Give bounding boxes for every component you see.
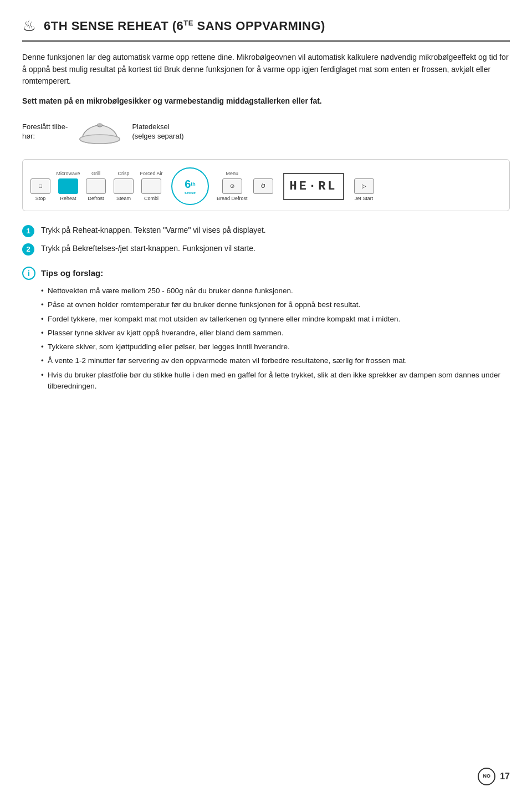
- title-sup: TE: [183, 19, 193, 27]
- jet-start-button[interactable]: ▷: [354, 178, 374, 194]
- timer-top-label: [262, 170, 264, 177]
- dial-sup: th: [191, 181, 196, 187]
- reheat-button[interactable]: [58, 178, 78, 194]
- intro-paragraph-1: Denne funksjonen lar deg automatisk varm…: [22, 52, 510, 88]
- defrost-button[interactable]: [86, 178, 106, 194]
- combi-button[interactable]: [141, 178, 161, 194]
- reheat-top-label: Microwave: [56, 170, 80, 177]
- step-1-text: Trykk på Reheat-knappen. Teksten "Varme"…: [41, 224, 266, 236]
- steam-button-group: Crisp Steam: [111, 170, 136, 203]
- accessory-description: Platedeksel (selges separat): [132, 122, 183, 141]
- page-title: 6TH SENSE REHEAT (6TE SANS OPPVARMING): [44, 17, 325, 35]
- step-1: 1 Trykk på Reheat-knappen. Teksten "Varm…: [22, 224, 510, 237]
- steam-label: Steam: [116, 195, 131, 203]
- plate-cover-icon: [78, 118, 122, 146]
- page-footer: NO 17: [478, 768, 510, 785]
- stop-button-group: □ Stop: [28, 170, 53, 203]
- country-badge: NO: [478, 768, 495, 785]
- jet-start-button-group: ▷ Jet Start: [352, 170, 376, 203]
- stop-top-label: [40, 170, 42, 177]
- svg-point-2: [80, 135, 120, 144]
- defrost-button-group: Grill Defrost: [84, 170, 108, 203]
- title-rest: SANS OPPVARMING): [193, 19, 325, 33]
- reheat-label: Reheat: [60, 195, 76, 203]
- accessory-row: Foreslått tilbe- hør: Platedeksel (selge…: [22, 118, 510, 146]
- tip-3: Fordel tykkere, mer kompakt mat mot utsi…: [41, 314, 510, 325]
- stop-label: Stop: [35, 195, 46, 203]
- tip-6: Å vente 1-2 minutter før servering av de…: [41, 355, 510, 366]
- tips-list: Nettovekten må være mellom 250 - 600g nå…: [41, 285, 510, 392]
- step-2: 2 Trykk på Bekreftelses-/jet start-knapp…: [22, 243, 510, 256]
- intro-paragraph-2: Sett maten på en mikrobølgesikker og var…: [22, 95, 510, 107]
- defrost-label: Defrost: [88, 195, 104, 203]
- accessory-desc-line1: Platedeksel: [132, 122, 169, 131]
- accessory-label-line1: Foreslått tilbe-: [22, 122, 68, 131]
- tip-2: Påse at ovnen holder romtemperatur før d…: [41, 299, 510, 310]
- display-panel: HE·RL: [283, 173, 344, 200]
- jet-start-top-label: [363, 170, 365, 177]
- defrost-top-label: Grill: [91, 170, 100, 177]
- dial-inner: 6th sense: [185, 177, 196, 195]
- tip-5: Tykkere skiver, som kjøttpudding eller p…: [41, 341, 510, 353]
- timer-label: [262, 195, 264, 203]
- steam-top-label: Crisp: [117, 170, 129, 177]
- svg-point-1: [97, 124, 103, 127]
- header-icon: ♨: [22, 18, 36, 34]
- step-2-circle: 2: [22, 243, 34, 256]
- tip-7: Hvis du bruker plastfolie bør du stikke …: [41, 370, 510, 392]
- bread-defrost-label: Bread Defrost: [217, 195, 248, 203]
- accessory-desc-line2: (selges separat): [132, 132, 183, 140]
- steps-section: 1 Trykk på Reheat-knappen. Teksten "Varm…: [22, 224, 510, 256]
- page-number: 17: [500, 770, 510, 783]
- combi-label: Combi: [144, 195, 158, 203]
- page-header: ♨ 6TH SENSE REHEAT (6TE SANS OPPVARMING): [22, 17, 510, 42]
- step-2-text: Trykk på Bekreftelses-/jet start-knappen…: [41, 243, 255, 254]
- steam-button[interactable]: [114, 178, 134, 194]
- jet-start-label: Jet Start: [355, 195, 374, 203]
- menu-button-group: Menu ⊙ Bread Defrost: [217, 170, 248, 203]
- combi-top-label: Forced Air: [140, 170, 162, 177]
- timer-button[interactable]: ⏱: [253, 178, 273, 194]
- stop-button[interactable]: □: [30, 178, 50, 194]
- timer-button-group: ⏱: [251, 170, 275, 203]
- menu-button[interactable]: ⊙: [222, 178, 242, 194]
- sense-dial[interactable]: 6th sense: [171, 167, 209, 205]
- info-icon: i: [22, 267, 35, 280]
- tips-header: i Tips og forslag:: [22, 267, 510, 280]
- reheat-button-group: Microwave Reheat: [56, 170, 80, 203]
- title-text: 6TH SENSE REHEAT (6: [44, 19, 183, 33]
- dial-number: 6: [185, 178, 191, 190]
- dial-sense-label: sense: [185, 191, 196, 195]
- accessory-label-line2: hør:: [22, 132, 35, 140]
- combi-button-group: Forced Air Combi: [139, 170, 163, 203]
- menu-top-label: Menu: [226, 170, 239, 177]
- tip-4: Plasser tynne skiver av kjøtt oppå hvera…: [41, 328, 510, 339]
- control-panel: □ Stop Microwave Reheat Grill Defrost Cr…: [22, 159, 510, 211]
- tip-1: Nettovekten må være mellom 250 - 600g nå…: [41, 285, 510, 297]
- accessory-label: Foreslått tilbe- hør:: [22, 122, 68, 141]
- tips-section: i Tips og forslag: Nettovekten må være m…: [22, 267, 510, 392]
- tips-title: Tips og forslag:: [41, 267, 103, 280]
- step-1-circle: 1: [22, 225, 34, 237]
